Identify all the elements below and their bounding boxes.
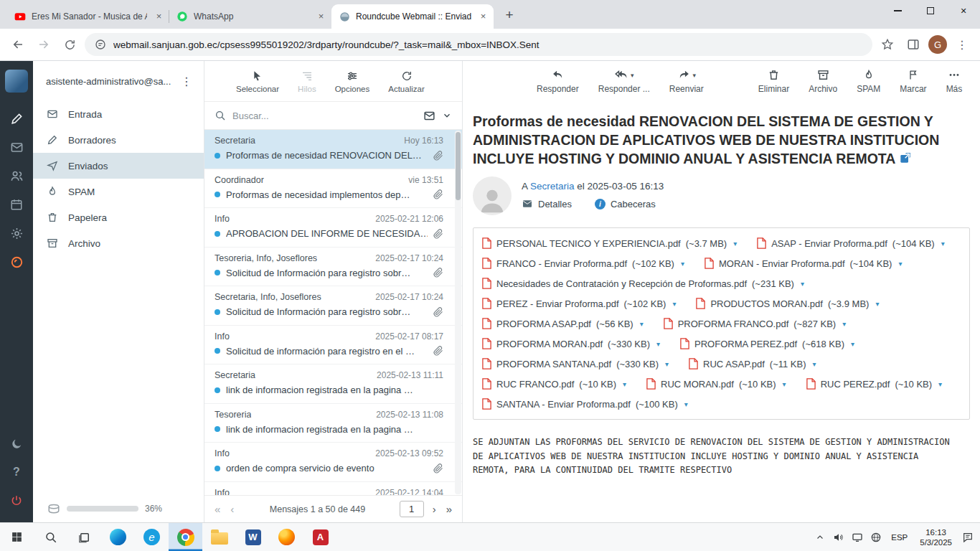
scrollbar-thumb[interactable] — [456, 132, 461, 200]
bookmark-star-icon[interactable] — [877, 34, 898, 55]
attachment-item[interactable]: FRANCO - Enviar Proforma.pdf (~102 KB) ▾ — [482, 253, 684, 273]
browser-menu-icon[interactable]: ⋮ — [951, 34, 973, 55]
folder-item-papelera[interactable]: Papelera — [33, 204, 204, 230]
attachment-name[interactable]: Necesidades de Contratación y Recepción … — [496, 278, 747, 289]
recipient-link[interactable]: Secretaria — [530, 181, 575, 192]
reply-button[interactable]: Responder — [537, 69, 579, 94]
attachment-menu-caret-icon[interactable]: ▾ — [783, 380, 786, 388]
message-row[interactable]: Secretaria 2025-02-13 11:11 link de info… — [204, 364, 462, 404]
attachment-name[interactable]: PROFORMA FRANCO.pdf — [678, 319, 789, 329]
attachment-menu-caret-icon[interactable]: ▾ — [656, 340, 660, 348]
browser-tab-youtube[interactable]: Eres Mi Sanador - Musica de Ad × — [7, 4, 169, 29]
attachment-item[interactable]: Necesidades de Contratación y Recepción … — [482, 273, 804, 293]
attachment-item[interactable]: RUC FRANCO.pdf (~10 KB) ▾ — [482, 374, 626, 394]
details-button[interactable]: Detalles — [522, 198, 572, 209]
word-icon[interactable]: W — [236, 523, 270, 551]
mark-button[interactable]: Marcar — [900, 69, 926, 94]
taskbar-search-icon[interactable] — [34, 523, 67, 551]
start-button[interactable] — [0, 523, 34, 551]
contacts-icon[interactable] — [0, 161, 33, 190]
delete-button[interactable]: Eliminar — [758, 69, 789, 94]
display-icon[interactable] — [848, 532, 867, 543]
attachment-menu-caret-icon[interactable]: ▾ — [938, 380, 942, 388]
message-row[interactable]: Secretaria, Info, Joseflores 2025-02-17 … — [204, 286, 462, 326]
maximize-button[interactable] — [914, 0, 947, 22]
chrome-icon-active[interactable] — [169, 523, 202, 551]
attachment-item[interactable]: PROFORMA SANTANA.pdf (~330 KB) ▾ — [482, 354, 669, 374]
headers-button[interactable]: i Cabeceras — [595, 199, 656, 209]
calendar-icon[interactable] — [0, 190, 33, 219]
attachment-menu-caret-icon[interactable]: ▾ — [623, 380, 626, 388]
folder-item-enviados[interactable]: Enviados — [33, 153, 204, 179]
forward-button[interactable]: ▾ Reenviar — [669, 69, 704, 94]
options-button[interactable]: Opciones — [335, 70, 370, 93]
message-row[interactable]: Info 2025-02-12 14:04 — [204, 482, 462, 496]
search-scope-envelope-icon[interactable] — [423, 110, 435, 122]
firefox-icon[interactable] — [270, 523, 303, 551]
tab-close-icon[interactable]: × — [477, 11, 489, 23]
attachment-item[interactable]: RUC PEREZ.pdf (~10 KB) ▾ — [806, 374, 943, 394]
attachment-name[interactable]: PEREZ - Enviar Proforma.pdf — [496, 298, 619, 309]
folder-item-entrada[interactable]: Entrada — [33, 101, 204, 127]
search-options-chevron-icon[interactable] — [442, 110, 452, 121]
attachment-item[interactable]: ASAP - Enviar Proforma.pdf (~104 KB) ▾ — [757, 233, 945, 253]
attachment-name[interactable]: RUC ASAP.pdf — [703, 359, 765, 369]
attachment-name[interactable]: PROFORMA ASAP.pdf — [496, 319, 591, 329]
attachment-name[interactable]: RUC MORAN.pdf — [661, 379, 734, 390]
mail-icon[interactable] — [0, 133, 33, 161]
tray-expand-chevron-icon[interactable] — [811, 533, 829, 542]
archive-button[interactable]: Archivo — [809, 69, 837, 94]
edge-icon[interactable] — [101, 523, 135, 551]
message-row[interactable]: Coordinador vie 13:51 Proformas de neces… — [204, 169, 462, 209]
close-window-button[interactable]: ✕ — [947, 0, 980, 22]
action-center-icon[interactable] — [958, 532, 977, 543]
tab-close-icon[interactable]: × — [315, 11, 327, 23]
attachment-item[interactable]: PERSONAL TECNICO Y EXPERIENCIA.pdf (~3.7… — [482, 233, 737, 253]
forward-button[interactable] — [33, 34, 55, 55]
side-panel-icon[interactable] — [903, 34, 924, 55]
attachment-item[interactable]: RUC ASAP.pdf (~11 KB) ▾ — [689, 354, 816, 374]
dark-mode-moon-icon[interactable] — [0, 429, 33, 458]
network-icon[interactable] — [867, 532, 885, 543]
minimize-button[interactable] — [881, 0, 914, 22]
logout-power-icon[interactable] — [0, 486, 33, 515]
attachment-item[interactable]: RUC MORAN.pdf (~10 KB) ▾ — [646, 374, 786, 394]
taskbar-clock[interactable]: 16:13 5/3/2025 — [913, 527, 958, 547]
attachment-name[interactable]: FRANCO - Enviar Proforma.pdf — [496, 258, 627, 269]
attachment-menu-caret-icon[interactable]: ▾ — [733, 240, 737, 248]
prev-page-button[interactable]: ‹ — [229, 503, 235, 515]
attachment-menu-caret-icon[interactable]: ▾ — [842, 320, 846, 328]
first-page-button[interactable]: « — [213, 503, 222, 515]
attachment-name[interactable]: RUC FRANCO.pdf — [496, 379, 574, 390]
account-menu-kebab-icon[interactable]: ⋮ — [176, 75, 197, 88]
attachment-menu-caret-icon[interactable]: ▾ — [672, 300, 676, 308]
back-button[interactable] — [7, 34, 29, 55]
message-row[interactable]: Tesoreria 2025-02-13 11:08 link de infor… — [204, 404, 462, 443]
browser-tab-roundcube[interactable]: Roundcube Webmail :: Enviados × — [331, 4, 494, 29]
open-in-new-window-icon[interactable] — [900, 152, 911, 164]
attachment-item[interactable]: PROFORMA FRANCO.pdf (~827 KB) ▾ — [664, 314, 847, 334]
attachment-name[interactable]: PRODUCTOS MORAN.pdf — [710, 298, 823, 309]
attachment-menu-caret-icon[interactable]: ▾ — [813, 360, 816, 368]
internet-explorer-icon[interactable]: e — [135, 523, 169, 551]
message-row[interactable]: Tesoreria, Info, Joseflores 2025-02-17 1… — [204, 248, 462, 287]
refresh-button[interactable] — [59, 34, 80, 55]
threads-button[interactable]: Hilos — [298, 70, 316, 93]
browser-profile-avatar[interactable]: G — [928, 35, 947, 54]
folder-item-spam[interactable]: SPAM — [33, 179, 204, 204]
folder-item-borradores[interactable]: Borradores — [33, 127, 204, 153]
message-row[interactable]: Info 2025-02-21 12:06 APROBACION DEL INF… — [204, 208, 462, 248]
attachment-menu-caret-icon[interactable]: ▾ — [851, 340, 854, 348]
attachment-name[interactable]: PROFORMA MORAN.pdf — [496, 339, 603, 349]
help-icon[interactable]: ? — [0, 458, 33, 486]
message-row[interactable]: Info 2025-02-13 09:52 orden de compra se… — [204, 443, 462, 482]
attachment-menu-caret-icon[interactable]: ▾ — [684, 400, 688, 408]
folder-item-archivo[interactable]: Archivo — [33, 230, 204, 256]
message-row[interactable]: Info 2025-02-17 08:17 Solicitud de infor… — [204, 326, 462, 365]
message-row[interactable]: Secretaria Hoy 16:13 Proformas de necesi… — [204, 130, 462, 169]
attachment-name[interactable]: PERSONAL TECNICO Y EXPERIENCIA.pdf — [496, 238, 681, 249]
task-view-icon[interactable] — [67, 523, 101, 551]
attachment-menu-caret-icon[interactable]: ▾ — [665, 360, 669, 368]
attachment-name[interactable]: RUC PEREZ.pdf — [821, 379, 890, 390]
search-input[interactable] — [232, 110, 417, 121]
